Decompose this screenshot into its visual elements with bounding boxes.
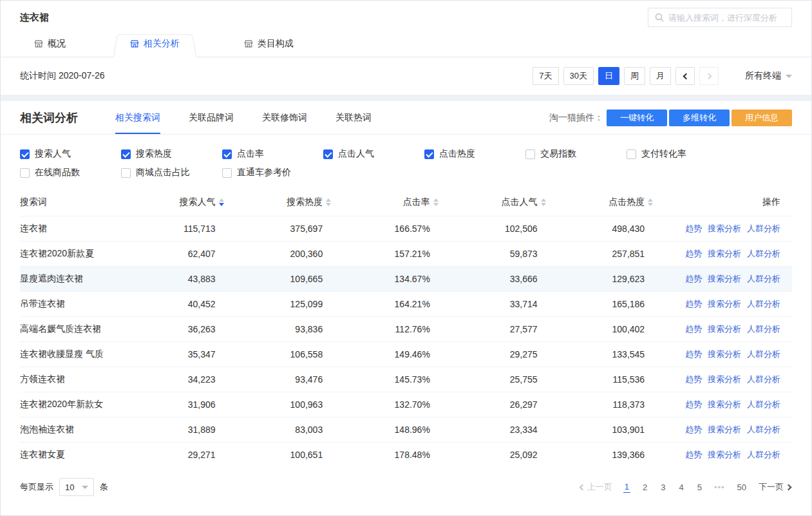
checkbox-icon[interactable] xyxy=(525,149,535,159)
action-link-趋势[interactable]: 趋势 xyxy=(685,399,702,410)
action-link-搜索分析[interactable]: 搜索分析 xyxy=(708,449,741,461)
sort-asc-icon xyxy=(541,198,546,202)
chevron-left-icon xyxy=(579,484,585,490)
keyword-cell: 高端名媛气质连衣裙 xyxy=(20,323,117,335)
action-link-搜索分析[interactable]: 搜索分析 xyxy=(708,323,741,335)
column-header-搜索人气[interactable]: 搜索人气 xyxy=(117,196,224,208)
action-link-趋势[interactable]: 趋势 xyxy=(685,323,702,335)
checkbox-icon[interactable] xyxy=(323,149,333,159)
column-header-keyword: 搜索词 xyxy=(20,196,117,208)
metric-在线商品数[interactable]: 在线商品数 xyxy=(20,167,121,178)
tab-label: 概况 xyxy=(48,38,66,50)
column-header-点击率[interactable]: 点击率 xyxy=(331,196,439,208)
action-link-人群分析[interactable]: 人群分析 xyxy=(747,349,780,360)
metric-点击热度[interactable]: 点击热度 xyxy=(424,148,525,160)
sort-desc-icon xyxy=(326,203,331,206)
action-link-趋势[interactable]: 趋势 xyxy=(685,248,702,260)
terminal-dropdown[interactable]: 所有终端 xyxy=(745,70,792,82)
action-link-人群分析[interactable]: 人群分析 xyxy=(747,223,780,234)
tab-类目构成[interactable]: 类目构成 xyxy=(227,31,310,57)
subtab-关联修饰词[interactable]: 关联修饰词 xyxy=(262,101,307,134)
sort-icon xyxy=(648,198,653,206)
action-link-搜索分析[interactable]: 搜索分析 xyxy=(708,273,741,285)
period-button-周[interactable]: 周 xyxy=(624,67,645,85)
prev-period-button[interactable] xyxy=(675,67,695,85)
metric-商城点击占比[interactable]: 商城点击占比 xyxy=(121,167,222,178)
metric-搜索人气[interactable]: 搜索人气 xyxy=(20,148,121,160)
page-number-1[interactable]: 1 xyxy=(623,481,630,493)
period-button-月[interactable]: 月 xyxy=(650,67,671,85)
checkbox-icon[interactable] xyxy=(424,149,434,159)
action-link-搜索分析[interactable]: 搜索分析 xyxy=(708,349,741,360)
checkbox-icon[interactable] xyxy=(222,168,232,178)
action-link-趋势[interactable]: 趋势 xyxy=(685,449,702,461)
page-number-4[interactable]: 4 xyxy=(677,482,685,493)
subtab-关联品牌词[interactable]: 关联品牌词 xyxy=(189,101,234,134)
actions-cell: 趋势搜索分析人群分析 xyxy=(653,399,792,410)
action-link-搜索分析[interactable]: 搜索分析 xyxy=(708,424,741,435)
action-link-搜索分析[interactable]: 搜索分析 xyxy=(708,399,741,410)
checkbox-icon[interactable] xyxy=(121,168,131,178)
value-cell: 34,223 xyxy=(117,374,224,385)
page-number-2[interactable]: 2 xyxy=(641,482,648,493)
checkbox-icon[interactable] xyxy=(222,149,232,159)
per-page-select[interactable]: 10 xyxy=(59,478,94,496)
plugin-button-多维转化[interactable]: 多维转化 xyxy=(669,110,730,126)
pagination-ellipsis: ••• xyxy=(714,483,725,492)
action-link-搜索分析[interactable]: 搜索分析 xyxy=(708,298,741,310)
action-link-趋势[interactable]: 趋势 xyxy=(685,273,702,285)
shop-icon xyxy=(244,39,253,48)
metric-点击率[interactable]: 点击率 xyxy=(222,148,323,160)
subtab-关联热词[interactable]: 关联热词 xyxy=(335,101,372,134)
action-link-人群分析[interactable]: 人群分析 xyxy=(747,298,780,310)
plugin-button-用户信息[interactable]: 用户信息 xyxy=(732,110,792,126)
checkbox-icon[interactable] xyxy=(627,149,636,159)
action-link-趋势[interactable]: 趋势 xyxy=(685,298,702,310)
period-button-7天[interactable]: 7天 xyxy=(533,67,558,85)
action-link-人群分析[interactable]: 人群分析 xyxy=(747,273,780,285)
page-number-3[interactable]: 3 xyxy=(659,482,666,493)
value-cell: 133,545 xyxy=(546,349,654,359)
action-link-人群分析[interactable]: 人群分析 xyxy=(747,399,780,410)
tab-概况[interactable]: 概况 xyxy=(17,31,82,57)
actions-cell: 趋势搜索分析人群分析 xyxy=(653,298,792,310)
metric-直通车参考价[interactable]: 直通车参考价 xyxy=(222,167,323,178)
subtab-相关搜索词[interactable]: 相关搜索词 xyxy=(115,101,160,134)
action-link-人群分析[interactable]: 人群分析 xyxy=(747,248,780,260)
metric-点击人气[interactable]: 点击人气 xyxy=(323,148,424,160)
metric-支付转化率[interactable]: 支付转化率 xyxy=(627,148,728,160)
column-header-搜索热度[interactable]: 搜索热度 xyxy=(224,196,332,208)
metric-搜索热度[interactable]: 搜索热度 xyxy=(121,148,222,160)
keywords-table: 搜索词搜索人气搜索热度点击率点击人气点击热度操作 连衣裙115,713375,6… xyxy=(1,185,811,467)
checkbox-icon[interactable] xyxy=(20,149,30,159)
page-number-5[interactable]: 5 xyxy=(696,482,703,493)
action-link-人群分析[interactable]: 人群分析 xyxy=(747,449,780,461)
next-page-button[interactable]: 下一页 xyxy=(759,481,792,493)
action-link-人群分析[interactable]: 人群分析 xyxy=(747,323,780,335)
column-header-点击人气[interactable]: 点击人气 xyxy=(439,196,546,208)
period-button-日[interactable]: 日 xyxy=(598,67,619,85)
action-link-趋势[interactable]: 趋势 xyxy=(685,374,702,385)
period-button-30天[interactable]: 30天 xyxy=(563,67,594,85)
action-link-趋势[interactable]: 趋势 xyxy=(685,349,702,360)
action-link-搜索分析[interactable]: 搜索分析 xyxy=(708,223,741,234)
checkbox-icon[interactable] xyxy=(121,149,131,159)
action-link-人群分析[interactable]: 人群分析 xyxy=(747,424,780,435)
prev-page-button[interactable]: 上一页 xyxy=(579,481,612,493)
metric-交易指数[interactable]: 交易指数 xyxy=(525,148,627,160)
tab-相关分析[interactable]: 相关分析 xyxy=(113,31,196,57)
header: 连衣裙 xyxy=(1,1,811,30)
page-number-50[interactable]: 50 xyxy=(736,482,748,493)
column-header-点击热度[interactable]: 点击热度 xyxy=(546,196,654,208)
action-link-人群分析[interactable]: 人群分析 xyxy=(747,374,780,385)
action-link-趋势[interactable]: 趋势 xyxy=(685,223,702,234)
next-period-button[interactable] xyxy=(699,67,719,85)
action-link-搜索分析[interactable]: 搜索分析 xyxy=(708,248,741,260)
checkbox-icon[interactable] xyxy=(20,168,30,178)
action-link-搜索分析[interactable]: 搜索分析 xyxy=(708,374,741,385)
action-link-趋势[interactable]: 趋势 xyxy=(685,424,702,435)
search-input[interactable] xyxy=(668,13,785,23)
actions-cell: 趋势搜索分析人群分析 xyxy=(653,449,792,461)
per-page-value: 10 xyxy=(65,483,74,492)
plugin-button-一键转化[interactable]: 一键转化 xyxy=(607,110,667,126)
